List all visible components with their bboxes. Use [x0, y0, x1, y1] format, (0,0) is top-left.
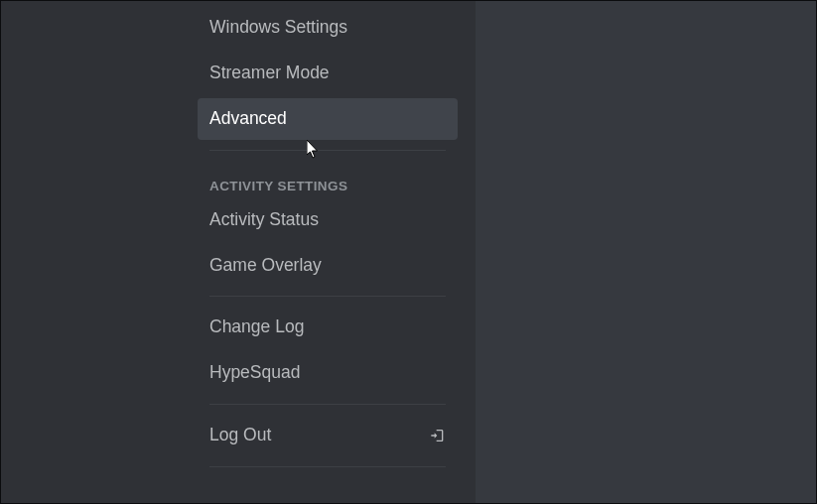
sidebar-divider — [209, 466, 446, 467]
settings-content — [476, 1, 816, 503]
sidebar-item-logout[interactable]: Log Out — [198, 415, 458, 456]
sidebar-item-advanced[interactable]: Advanced — [198, 98, 458, 140]
sidebar-item-label: Log Out — [209, 425, 271, 446]
settings-sidebar: Windows Settings Streamer Mode Advanced … — [1, 1, 476, 503]
sidebar-item-activity-status[interactable]: Activity Status — [198, 199, 458, 241]
sidebar-divider — [209, 404, 446, 405]
sidebar-inner: Windows Settings Streamer Mode Advanced … — [198, 1, 458, 503]
sidebar-item-label: Windows Settings — [209, 17, 347, 39]
sidebar-item-label: Activity Status — [209, 209, 319, 231]
sidebar-item-label: Streamer Mode — [209, 63, 330, 84]
sidebar-divider — [209, 150, 446, 151]
sidebar-item-label: Game Overlay — [209, 255, 322, 277]
sidebar-item-game-overlay[interactable]: Game Overlay — [198, 245, 458, 287]
sidebar-item-windows-settings[interactable]: Windows Settings — [198, 7, 458, 49]
sidebar-item-label: HypeSquad — [209, 362, 300, 384]
sidebar-item-streamer-mode[interactable]: Streamer Mode — [198, 53, 458, 94]
sidebar-section-header-activity: ACTIVITY SETTINGS — [198, 161, 458, 199]
sidebar-item-label: Advanced — [209, 108, 287, 130]
sidebar-divider — [209, 296, 446, 297]
sidebar-item-hypesquad[interactable]: HypeSquad — [198, 352, 458, 394]
sidebar-item-label: Change Log — [209, 316, 304, 338]
sidebar-item-change-log[interactable]: Change Log — [198, 307, 458, 348]
settings-layout: Windows Settings Streamer Mode Advanced … — [1, 1, 816, 503]
logout-icon — [430, 428, 446, 443]
